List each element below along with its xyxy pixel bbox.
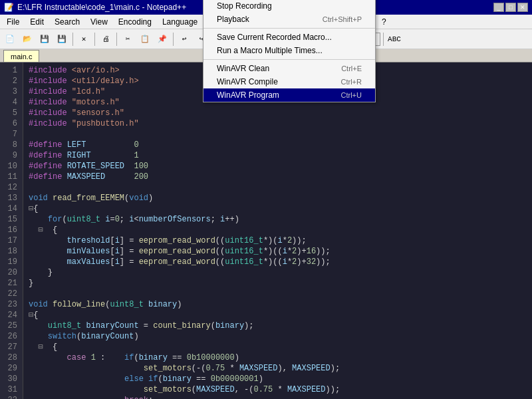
line-numbers: 12345 678910 1112131415 1617181920 21222…	[0, 63, 23, 399]
menu-sep2	[203, 59, 375, 60]
code-line-9: #define RIGHT 1	[29, 150, 527, 161]
menu-winavr-clean[interactable]: WinAVR Clean Ctrl+E	[203, 62, 375, 75]
menu-edit[interactable]: Edit	[25, 16, 49, 28]
code-line-25: uint8_t binaryCount = count_binary(binar…	[29, 321, 527, 331]
code-line-12	[29, 182, 527, 193]
code-line-22	[29, 289, 527, 299]
code-line-20: }	[29, 267, 527, 278]
code-line-8: #define LEFT 0	[29, 140, 527, 150]
toolbar-sep3	[116, 33, 117, 46]
menu-language[interactable]: Language	[157, 16, 203, 28]
code-line-28: case 1 : if(binary == 0b10000000)	[29, 352, 527, 363]
code-line-30: else if(binary == 0b00000001)	[29, 374, 527, 384]
winavr-compile-shortcut: Ctrl+R	[341, 78, 362, 86]
code-line-14: ⊟{	[29, 203, 527, 214]
tab-label: main.c	[11, 53, 32, 61]
code-line-27: ⊟ {	[29, 342, 527, 352]
open-button[interactable]: 📂	[19, 31, 35, 47]
code-line-24: ⊟{	[29, 310, 527, 321]
menu-playback[interactable]: Playback Ctrl+Shift+P	[203, 13, 375, 26]
tab-main-c[interactable]: main.c	[3, 50, 39, 62]
code-line-29: set_motors(-(0.75 * MAXSPEED), MAXSPEED)…	[29, 363, 527, 374]
playback-label: Playback	[217, 15, 249, 24]
title-bar-left: 📝 E:\LFR Instructable\code_1\main.c - No…	[4, 3, 186, 12]
winavr-clean-label: WinAVR Clean	[217, 64, 269, 73]
menu-stop-recording[interactable]: Stop Recording	[203, 0, 375, 13]
menu-run-multiple[interactable]: Run a Macro Multiple Times...	[203, 44, 375, 57]
menu-view[interactable]: View	[85, 16, 113, 28]
menu-file[interactable]: File	[1, 16, 25, 28]
menu-save-macro[interactable]: Save Current Recorded Macro...	[203, 31, 375, 44]
save-macro-label: Save Current Recorded Macro...	[217, 33, 332, 42]
code-line-17: threshold[i] = eeprom_read_word((uint16_…	[29, 235, 527, 246]
code-line-19: maxValues[i] = eeprom_read_word((uint16_…	[29, 257, 527, 267]
app-icon: 📝	[4, 3, 14, 12]
run-multiple-label: Run a Macro Multiple Times...	[217, 46, 323, 55]
menu-winavr-program[interactable]: WinAVR Program Ctrl+U	[203, 88, 375, 102]
new-button[interactable]: 📄	[2, 31, 18, 47]
stop-recording-label: Stop Recording	[217, 1, 272, 11]
save-all-button[interactable]: 💾	[54, 31, 70, 47]
title-bar-buttons[interactable]: _ □ ✕	[493, 3, 528, 12]
copy-button[interactable]: 📋	[137, 31, 153, 47]
macro-dropdown: Start Recording Stop Recording Playback …	[203, 0, 376, 102]
cut-button[interactable]: ✂	[120, 31, 136, 47]
menu-search[interactable]: Search	[49, 16, 85, 28]
menu-encoding[interactable]: Encoding	[113, 16, 157, 28]
code-line-26: switch(binaryCount)	[29, 331, 527, 342]
winavr-compile-label: WinAVR Compile	[217, 77, 278, 86]
code-line-6: #include "pushbutton.h"	[29, 118, 527, 129]
spellcheck-button[interactable]: ABC	[386, 31, 402, 47]
code-line-15: for(uint8_t i=0; i<numberOfSensors; i++)	[29, 214, 527, 225]
maximize-button[interactable]: □	[505, 3, 516, 12]
paste-button[interactable]: 📌	[154, 31, 170, 47]
code-line-21: }	[29, 278, 527, 289]
toolbar-sep2	[94, 33, 95, 46]
window-title: E:\LFR Instructable\code_1\main.c - Note…	[17, 3, 186, 12]
toolbar-sep8	[383, 33, 384, 46]
code-line-10: #define ROTATE_SPEED 100	[29, 161, 527, 172]
save-button[interactable]: 💾	[37, 31, 53, 47]
code-line-13: void read_from_EEMEM(void)	[29, 193, 527, 203]
code-line-18: minValues[i] = eeprom_read_word((uint16_…	[29, 246, 527, 257]
menu-winavr-compile[interactable]: WinAVR Compile Ctrl+R	[203, 75, 375, 88]
menu-sep1	[203, 28, 375, 29]
minimize-button[interactable]: _	[493, 3, 504, 12]
code-line-5: #include "sensors.h"	[29, 108, 527, 118]
winavr-program-label: WinAVR Program	[217, 90, 279, 100]
toolbar-sep4	[173, 33, 174, 46]
winavr-clean-shortcut: Ctrl+E	[341, 65, 362, 72]
menu-help[interactable]: ?	[376, 16, 392, 28]
playback-shortcut: Ctrl+Shift+P	[323, 15, 362, 23]
code-editor[interactable]: #include <avr/io.h> #include <util/delay…	[23, 63, 532, 399]
code-line-7	[29, 129, 527, 140]
editor-container: 12345 678910 1112131415 1617181920 21222…	[0, 63, 532, 399]
code-line-31: set_motors(MAXSPEED, -(0.75 * MAXSPEED))…	[29, 384, 527, 395]
code-line-32: break;	[29, 395, 527, 399]
close-button[interactable]: ✕	[76, 31, 92, 47]
print-button[interactable]: 🖨	[98, 31, 114, 47]
code-line-16: ⊟ {	[29, 225, 527, 235]
close-button[interactable]: ✕	[517, 3, 528, 12]
code-line-23: void follow_line(uint8_t binary)	[29, 299, 527, 310]
toolbar-sep1	[72, 33, 73, 46]
winavr-program-shortcut: Ctrl+U	[341, 91, 362, 99]
undo-button[interactable]: ↩	[176, 31, 192, 47]
code-line-11: #define MAXSPEED 200	[29, 172, 527, 182]
